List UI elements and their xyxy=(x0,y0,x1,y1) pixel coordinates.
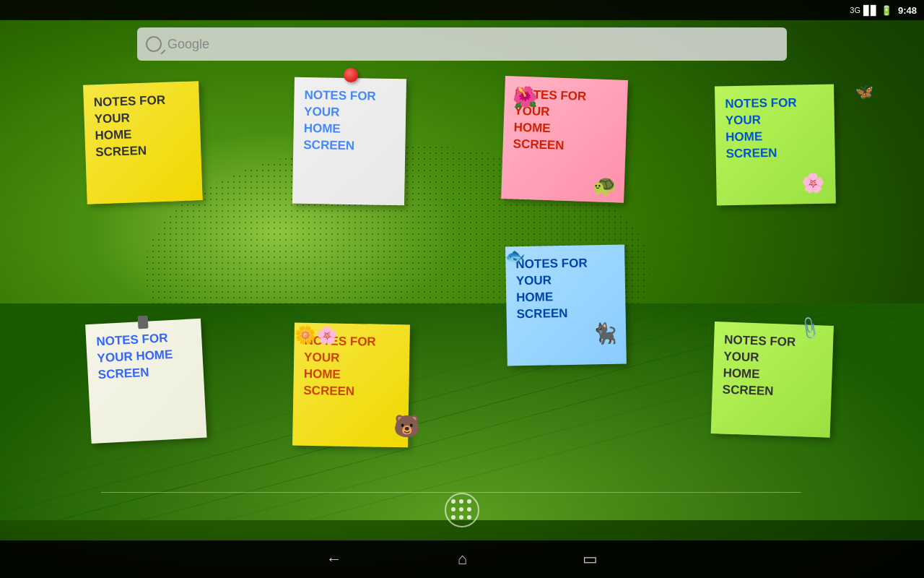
flowers-blue-sticker: 🌼🌸 xyxy=(295,325,338,345)
wifi-icon: ▊▊ xyxy=(863,5,878,16)
cat-sticker: 🐈‍⬛ xyxy=(592,322,617,345)
note-5-text: NOTES FORYOUR HOMESCREEN xyxy=(96,329,195,384)
dot-9 xyxy=(467,515,471,519)
app-drawer-button[interactable] xyxy=(445,493,479,527)
search-bar[interactable]: Google xyxy=(137,27,787,61)
dot-8 xyxy=(459,515,463,519)
clock: 9:48 xyxy=(898,5,917,16)
recents-button[interactable]: ▭ xyxy=(583,550,598,569)
note-8-text: NOTES FORYOURHOMESCREEN xyxy=(722,332,824,402)
nav-bar: ← ⌂ ▭ xyxy=(0,540,924,578)
fish-sticker: 🐟 xyxy=(505,247,525,266)
note-2-text: NOTES FORYOURHOMESCREEN xyxy=(303,87,398,155)
sticky-note-2[interactable]: NOTES FORYOURHOMESCREEN xyxy=(292,77,406,206)
note-7-text: NOTES FORYOURHOMESCREEN xyxy=(515,255,617,323)
dot-7 xyxy=(451,515,456,519)
butterfly-sticker: 🦋 xyxy=(855,83,873,100)
sticky-note-1[interactable]: NOTES FORYOURHOMESCREEN xyxy=(83,81,203,204)
red-pin xyxy=(343,68,357,82)
signal-icon: 3G xyxy=(850,6,860,14)
gray-pin xyxy=(138,316,149,329)
status-icons: 3G ▊▊ 🔋 9:48 xyxy=(850,5,917,16)
note-1-text: NOTES FORYOURHOMESCREEN xyxy=(94,92,193,161)
status-bar: 3G ▊▊ 🔋 9:48 xyxy=(0,0,924,20)
search-icon xyxy=(146,36,162,52)
dot-4 xyxy=(451,507,456,512)
flower-sticker-1: 🌺 xyxy=(513,85,538,109)
dot-6 xyxy=(467,507,471,512)
dot-3 xyxy=(467,499,471,504)
turtle-sticker: 🐢 xyxy=(592,173,617,197)
sticky-note-8[interactable]: 📎 NOTES FORYOURHOMESCREEN xyxy=(711,322,834,438)
dot-1 xyxy=(451,499,456,504)
note-4-text: NOTES FORYOURHOMESCREEN xyxy=(725,95,827,163)
dots-grid xyxy=(451,499,473,521)
sticky-note-5[interactable]: NOTES FORYOUR HOMESCREEN xyxy=(85,319,206,444)
dot-2 xyxy=(459,499,463,504)
flower-sticker-2: 🌸 xyxy=(801,172,824,194)
dot-5 xyxy=(459,507,463,512)
page-indicator-line xyxy=(101,492,801,493)
battery-icon: 🔋 xyxy=(881,5,892,16)
home-button[interactable]: ⌂ xyxy=(458,550,467,569)
search-placeholder: Google xyxy=(167,37,209,52)
back-button[interactable]: ← xyxy=(326,550,342,569)
bear-sticker: 🐻 xyxy=(393,413,420,439)
